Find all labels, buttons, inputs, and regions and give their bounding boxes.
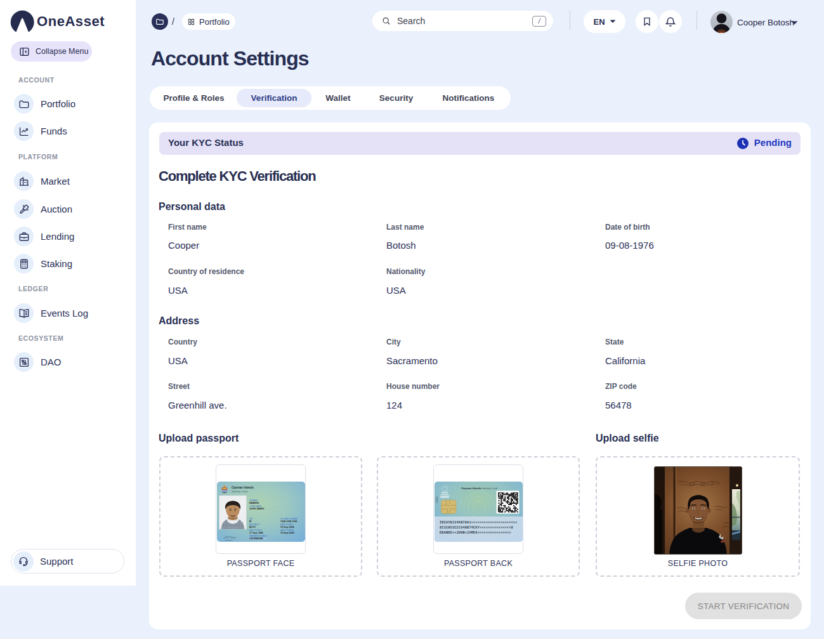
svg-text:Cayman Islands Identity Card: Cayman Islands Identity Card — [461, 487, 497, 490]
svg-text:IDCAYD2345B7891<<<<<<<<<<<<<<<: IDCAYD2345B7891<<<<<<<<<<<<<<<<<<<<<< — [440, 521, 518, 524]
svg-text:19 Sept 2025: 19 Sept 2025 — [280, 532, 294, 534]
svg-text:CAYMANIAN: CAYMANIAN — [249, 537, 263, 540]
svg-text:JOHN JAMES: JOHN JAMES — [249, 508, 265, 510]
svg-text:EBANKS: EBANKS — [249, 502, 259, 504]
svg-text:Cayman Islands: Cayman Islands — [232, 486, 254, 489]
svg-text:1234567: 1234567 — [435, 496, 438, 503]
svg-text:17 Sept 1985: 17 Sept 1985 — [249, 532, 263, 534]
svg-text:19 Sept 2020: 19 Sept 2020 — [280, 526, 294, 529]
svg-text:IMMIGRATION STATUS: IMMIGRATION STATUS — [249, 535, 267, 537]
svg-text:8231053C21549B74CAY<<<<<<<<<<<: 8231053C21549B74CAY<<<<<<<<<<<<<<<6 — [440, 526, 513, 529]
svg-text:Identity Card: Identity Card — [232, 490, 247, 493]
svg-text:M: M — [249, 520, 251, 523]
svg-text:EBANKS<<JOHN<JAMES<<<<<<<<<<<<: EBANKS<<JOHN<JAMES<<<<<<<<<<<<<<<< — [440, 531, 511, 534]
svg-text:1234 1234 1234: 1234 1234 1234 — [280, 520, 297, 523]
svg-text:BOTC: BOTC — [249, 526, 256, 529]
